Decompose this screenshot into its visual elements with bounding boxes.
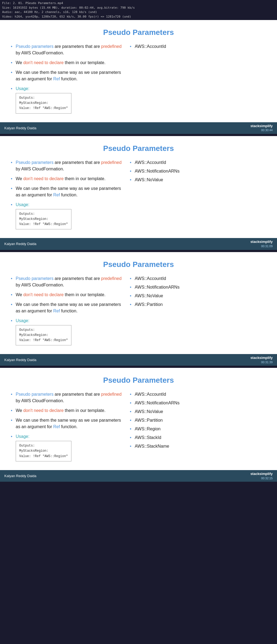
slide-4-code-box: Outputs: MyStacksRegion: Value: !Ref "AW… <box>16 441 71 461</box>
slide-1-right-col: AWS::AccountId <box>130 43 266 117</box>
slide-4-left-bullet-3: We can use them the same way as we use p… <box>11 417 124 430</box>
slide-4-left-bullet-1: Pseudo parameters are parameters that ar… <box>11 391 124 404</box>
slide-4-footer-time: 00:32:15 <box>250 476 273 480</box>
video-info-line4: Video: h264, yuv420p, 1280x720, 652 kb/s… <box>2 15 275 19</box>
slide-3-left-bullet-3: We can use them the same way as we use p… <box>11 301 124 314</box>
slide-2-footer: Kalyan Reddy Daidastacksimplify00:31:09 <box>0 238 277 250</box>
slide-2-right-col: AWS::AccountIdAWS::NotificationARNsAWS::… <box>130 159 266 233</box>
slide-2-left-col: Pseudo parameters are parameters that ar… <box>11 159 124 233</box>
slide-4-right-bullet-1: AWS::AccountId <box>130 391 266 398</box>
slide-3-footer: Kalyan Reddy Daidastacksimplify00:31:39 <box>0 354 277 366</box>
slide-3-footer-right: stacksimplify00:31:39 <box>250 356 273 364</box>
slide-3-right-bullet-3: AWS::NoValue <box>130 293 266 299</box>
slide-3-left-bullet-1: Pseudo parameters are parameters that ar… <box>11 275 124 288</box>
slide-1-footer-brand: stacksimplify <box>250 124 273 128</box>
slide-2-right-bullet-1: AWS::AccountId <box>130 159 266 166</box>
slide-4-right-bullet-3: AWS::NoValue <box>130 408 266 415</box>
slide-3-footer-time: 00:31:39 <box>250 360 273 364</box>
slide-2-code-box: Outputs: MyStacksRegion: Value: !Ref "AW… <box>16 209 71 230</box>
slide-3-left-col: Pseudo parameters are parameters that ar… <box>11 275 124 349</box>
slide-2-left-bullet-2: We don't need to declare them in our tem… <box>11 176 124 182</box>
slide-2-right-bullet-2: AWS::NotificationARNs <box>130 168 266 174</box>
slide-2-footer-right: stacksimplify00:31:09 <box>250 240 273 248</box>
slide-4-right-bullet-2: AWS::NotificationARNs <box>130 400 266 406</box>
slide-1-left-bullet-2: We don't need to declare them in our tem… <box>11 60 124 66</box>
slide-3-right-bullet-4: AWS::Partition <box>130 301 266 308</box>
slide-1-code-box: Outputs: MyStacksRegion: Value: !Ref "AW… <box>16 93 71 114</box>
slide-4-footer: Kalyan Reddy Daidastacksimplify00:32:15 <box>0 470 277 482</box>
slide-3-footer-brand: stacksimplify <box>250 356 273 360</box>
slide-1-title: Pseudo Parameters <box>11 28 266 37</box>
slide-4-left-bullet-2: We don't need to declare them in our tem… <box>11 407 124 414</box>
slide-3-left-bullet-4: Usage:Outputs: MyStacksRegion: Value: !R… <box>11 318 124 346</box>
slide-3-left-bullet-2: We don't need to declare them in our tem… <box>11 292 124 298</box>
slide-2-left-bullet-1: Pseudo parameters are parameters that ar… <box>11 159 124 172</box>
slide-1: Pseudo ParametersPseudo parameters are p… <box>0 20 277 134</box>
slide-4-right-bullet-5: AWS::Region <box>130 426 266 432</box>
slide-4-right-bullet-6: AWS::StackId <box>130 434 266 441</box>
video-info-bar: File: 2. 01. PSeudo Parameters.mp4 Size:… <box>0 0 277 20</box>
slide-3-footer-left: Kalyan Reddy Daida <box>4 358 37 362</box>
slide-2-footer-brand: stacksimplify <box>250 240 273 244</box>
slide-1-footer-time: 00:30:44 <box>250 128 273 132</box>
slide-2-left-bullet-3: We can use them the same way as we use p… <box>11 185 124 198</box>
slide-4-footer-brand: stacksimplify <box>250 472 273 476</box>
video-info-line1: File: 2. 01. PSeudo Parameters.mp4 <box>2 1 275 6</box>
slide-1-left-bullet-1: Pseudo parameters are parameters that ar… <box>11 43 124 56</box>
slide-2-footer-left: Kalyan Reddy Daida <box>4 242 37 246</box>
slide-1-right-bullet-1: AWS::AccountId <box>130 43 266 50</box>
slide-1-footer: Kalyan Reddy Daidastacksimplify00:30:44 <box>0 122 277 134</box>
slide-4-right-bullet-4: AWS::Partition <box>130 417 266 424</box>
slide-2-footer-time: 00:31:09 <box>250 244 273 248</box>
slide-2-left-bullet-4: Usage:Outputs: MyStacksRegion: Value: !R… <box>11 202 124 230</box>
slide-1-left-col: Pseudo parameters are parameters that ar… <box>11 43 124 117</box>
slide-4-title: Pseudo Parameters <box>11 376 266 385</box>
slide-4-footer-right: stacksimplify00:32:15 <box>250 472 273 480</box>
slide-4: Pseudo ParametersPseudo parameters are p… <box>0 368 277 482</box>
slide-3-right-col: AWS::AccountIdAWS::NotificationARNsAWS::… <box>130 275 266 349</box>
slide-3-title: Pseudo Parameters <box>11 260 266 269</box>
slide-3-code-box: Outputs: MyStacksRegion: Value: !Ref "AW… <box>16 325 71 346</box>
slide-1-footer-right: stacksimplify00:30:44 <box>250 124 273 132</box>
slide-1-left-bullet-3: We can use them the same way as we use p… <box>11 69 124 82</box>
slide-4-left-bullet-4: Usage:Outputs: MyStacksRegion: Value: !R… <box>11 433 124 461</box>
slide-4-right-col: AWS::AccountIdAWS::NotificationARNsAWS::… <box>130 391 266 465</box>
video-info-line3: Audio: aac, 44100 Hz, 2 channels, s16, 1… <box>2 10 275 15</box>
slide-3: Pseudo ParametersPseudo parameters are p… <box>0 252 277 366</box>
slide-1-footer-left: Kalyan Reddy Daida <box>4 126 37 130</box>
slide-3-right-bullet-2: AWS::NotificationARNs <box>130 284 266 290</box>
slide-4-left-col: Pseudo parameters are parameters that ar… <box>11 391 124 465</box>
slide-2-right-bullet-3: AWS::NoValue <box>130 177 266 183</box>
slide-4-footer-left: Kalyan Reddy Daida <box>4 474 37 478</box>
slide-3-right-bullet-1: AWS::AccountId <box>130 275 266 282</box>
slide-1-left-bullet-4: Usage:Outputs: MyStacksRegion: Value: !R… <box>11 85 124 114</box>
slide-2-title: Pseudo Parameters <box>11 144 266 153</box>
slide-2: Pseudo ParametersPseudo parameters are p… <box>0 136 277 250</box>
slide-4-right-bullet-7: AWS::StackName <box>130 443 266 450</box>
video-info-line2: Size: 16191932 bytes (15.44 MB), duratio… <box>2 6 275 10</box>
